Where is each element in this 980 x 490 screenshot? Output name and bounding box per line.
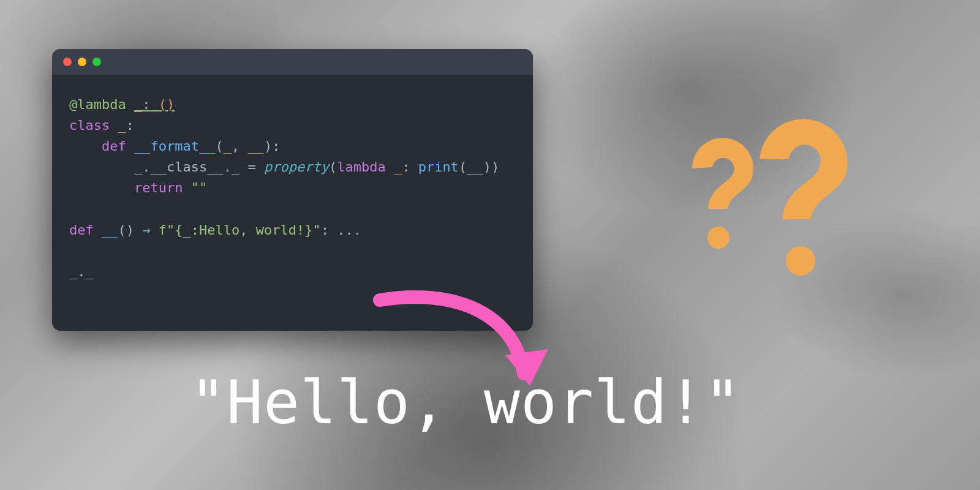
tok-class: class: [69, 118, 110, 133]
tok-format: __format__: [134, 138, 215, 154]
close-icon[interactable]: [63, 58, 72, 66]
tok-lparen: (: [159, 97, 167, 112]
tok-at: @: [69, 97, 77, 112]
tok-lambda: lambda: [77, 97, 126, 112]
tok-f: f: [159, 222, 167, 238]
question-marks-icon: [658, 110, 879, 282]
tok-fn-name: __: [102, 222, 118, 238]
tok-empty-string: "": [191, 180, 208, 195]
tok-colon: :: [142, 97, 150, 112]
tok-return: return: [134, 180, 183, 195]
minimize-icon[interactable]: [78, 58, 86, 66]
tok-property: property: [264, 159, 329, 175]
tok-arrow: →: [142, 222, 150, 238]
tok-def: def: [69, 222, 94, 238]
tok-underscore: [150, 97, 158, 112]
tok-classname: _: [118, 118, 126, 133]
zoom-icon[interactable]: [92, 58, 101, 66]
tok-def: def: [102, 138, 126, 154]
tok-final: _._: [69, 264, 94, 279]
svg-point-1: [786, 246, 815, 276]
code-body: @lambda _: () class _: def __format__(_,…: [52, 75, 533, 295]
tok-rparen: ): [167, 97, 175, 112]
titlebar: [52, 49, 533, 75]
output-text: "Hello, world!": [190, 368, 741, 437]
tok-fstr-spec: :Hello, world!: [191, 222, 304, 238]
tok-print: print: [418, 159, 459, 175]
svg-point-0: [707, 227, 729, 249]
tok-ellipsis: ...: [337, 222, 361, 238]
tok-underscore: _: [134, 97, 142, 112]
